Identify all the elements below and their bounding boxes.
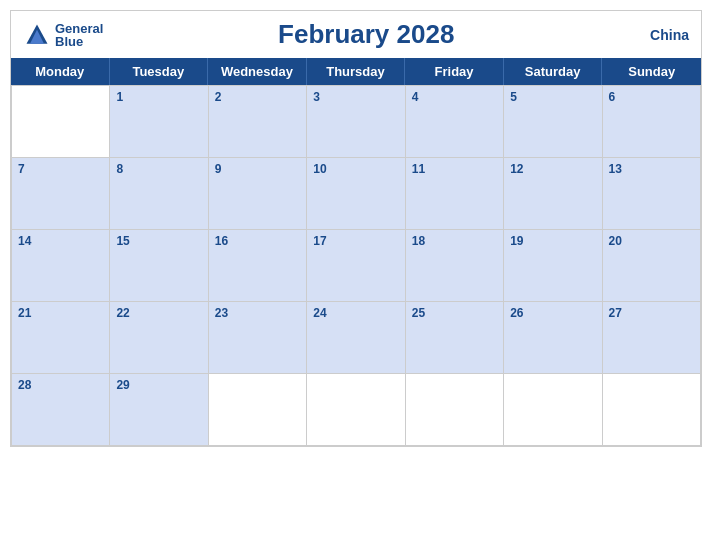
day-cell bbox=[209, 374, 307, 446]
day-cell bbox=[603, 374, 701, 446]
day-cell: 19 bbox=[504, 230, 602, 302]
day-number: 15 bbox=[116, 234, 201, 248]
generalblue-logo-icon bbox=[23, 21, 51, 49]
day-number: 19 bbox=[510, 234, 595, 248]
day-cell: 3 bbox=[307, 86, 405, 158]
day-cell: 4 bbox=[406, 86, 504, 158]
logo-area: General Blue bbox=[23, 21, 103, 49]
day-cell: 10 bbox=[307, 158, 405, 230]
day-cell: 24 bbox=[307, 302, 405, 374]
day-number: 29 bbox=[116, 378, 201, 392]
day-cell: 13 bbox=[603, 158, 701, 230]
day-cell: 15 bbox=[110, 230, 208, 302]
day-number: 16 bbox=[215, 234, 300, 248]
day-cell: 8 bbox=[110, 158, 208, 230]
day-header-monday: Monday bbox=[11, 58, 110, 85]
day-number: 1 bbox=[116, 90, 201, 104]
day-number: 28 bbox=[18, 378, 103, 392]
day-header-friday: Friday bbox=[405, 58, 504, 85]
day-cell: 23 bbox=[209, 302, 307, 374]
day-number: 5 bbox=[510, 90, 595, 104]
day-cell: 25 bbox=[406, 302, 504, 374]
day-number: 2 bbox=[215, 90, 300, 104]
day-cell: 16 bbox=[209, 230, 307, 302]
day-number: 23 bbox=[215, 306, 300, 320]
day-number: 13 bbox=[609, 162, 694, 176]
day-number: 10 bbox=[313, 162, 398, 176]
day-cell: 12 bbox=[504, 158, 602, 230]
day-header-tuesday: Tuesday bbox=[110, 58, 209, 85]
country-label: China bbox=[629, 27, 689, 43]
calendar-header: General Blue February 2028 China bbox=[11, 11, 701, 58]
day-header-saturday: Saturday bbox=[504, 58, 603, 85]
day-number: 18 bbox=[412, 234, 497, 248]
day-number: 21 bbox=[18, 306, 103, 320]
day-number: 26 bbox=[510, 306, 595, 320]
day-header-thursday: Thursday bbox=[307, 58, 406, 85]
day-number: 14 bbox=[18, 234, 103, 248]
day-cell: 6 bbox=[603, 86, 701, 158]
calendar-grid: 1234567891011121314151617181920212223242… bbox=[11, 85, 701, 446]
day-number: 17 bbox=[313, 234, 398, 248]
day-cell: 22 bbox=[110, 302, 208, 374]
logo-blue-text: Blue bbox=[55, 35, 103, 48]
day-number: 4 bbox=[412, 90, 497, 104]
calendar-title: February 2028 bbox=[103, 19, 629, 50]
day-number: 12 bbox=[510, 162, 595, 176]
day-cell bbox=[406, 374, 504, 446]
day-number: 20 bbox=[609, 234, 694, 248]
day-cell bbox=[504, 374, 602, 446]
day-number: 11 bbox=[412, 162, 497, 176]
day-cell: 27 bbox=[603, 302, 701, 374]
day-number: 9 bbox=[215, 162, 300, 176]
day-cell: 1 bbox=[110, 86, 208, 158]
day-cell bbox=[12, 86, 110, 158]
day-cell: 7 bbox=[12, 158, 110, 230]
day-number: 22 bbox=[116, 306, 201, 320]
days-header: Monday Tuesday Wednesday Thursday Friday… bbox=[11, 58, 701, 85]
logo-general-text: General bbox=[55, 22, 103, 35]
day-cell: 18 bbox=[406, 230, 504, 302]
day-cell: 9 bbox=[209, 158, 307, 230]
calendar: General Blue February 2028 China Monday … bbox=[10, 10, 702, 447]
day-cell: 11 bbox=[406, 158, 504, 230]
day-header-wednesday: Wednesday bbox=[208, 58, 307, 85]
day-cell: 2 bbox=[209, 86, 307, 158]
day-number: 8 bbox=[116, 162, 201, 176]
day-cell: 14 bbox=[12, 230, 110, 302]
day-cell: 29 bbox=[110, 374, 208, 446]
day-number: 27 bbox=[609, 306, 694, 320]
day-header-sunday: Sunday bbox=[602, 58, 701, 85]
day-number: 6 bbox=[609, 90, 694, 104]
day-cell: 17 bbox=[307, 230, 405, 302]
day-cell bbox=[307, 374, 405, 446]
day-number: 7 bbox=[18, 162, 103, 176]
day-cell: 28 bbox=[12, 374, 110, 446]
day-cell: 26 bbox=[504, 302, 602, 374]
day-number: 3 bbox=[313, 90, 398, 104]
day-number: 25 bbox=[412, 306, 497, 320]
day-number: 24 bbox=[313, 306, 398, 320]
day-cell: 21 bbox=[12, 302, 110, 374]
day-cell: 5 bbox=[504, 86, 602, 158]
day-cell: 20 bbox=[603, 230, 701, 302]
